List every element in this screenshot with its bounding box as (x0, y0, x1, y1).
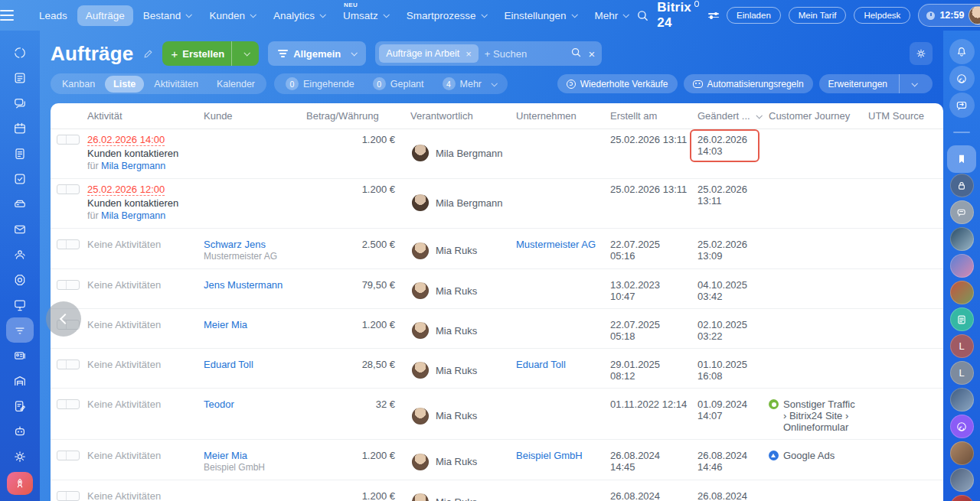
filter-chip[interactable]: Aufträge in Arbeit × (379, 44, 479, 63)
sidebar-contact-center-icon[interactable] (6, 343, 34, 368)
sliders-icon[interactable] (708, 13, 719, 18)
user-avatar[interactable] (969, 6, 980, 24)
nav-item-leads[interactable]: Leads (31, 5, 76, 26)
client-link[interactable]: Meier Mia (204, 450, 247, 461)
row-checkbox[interactable] (57, 451, 80, 460)
counter-eingehende[interactable]: 0Eingehende (277, 74, 363, 93)
sidebar-crm-icon[interactable] (6, 317, 34, 343)
nav-item-mehr[interactable]: Mehr (586, 5, 637, 26)
column-header[interactable]: Customer Journey (769, 110, 868, 122)
chat-avatar-letter[interactable]: L (950, 361, 974, 385)
sidebar-sign-icon[interactable] (6, 393, 34, 418)
chat-avatar[interactable] (950, 254, 974, 278)
column-header[interactable]: Aktivität (87, 110, 204, 122)
extensions-dropdown[interactable] (899, 74, 923, 93)
column-header[interactable]: Kunde (204, 110, 306, 122)
table-row[interactable]: Keine AktivitätenMeier Mia1.200 €Mia Ruk… (51, 309, 943, 349)
activity-date-link[interactable]: 26.02.2026 14:00 (87, 134, 165, 146)
row-checkbox[interactable] (57, 135, 80, 145)
column-header[interactable]: UTM Source (868, 110, 943, 122)
table-row[interactable]: 26.02.2026 14:00Kunden kontaktierenfür M… (51, 129, 943, 179)
sidebar-messenger-icon[interactable] (6, 90, 34, 115)
client-link[interactable]: Teodor (204, 399, 234, 410)
row-checkbox[interactable] (57, 399, 80, 409)
chat-avatar[interactable] (950, 227, 974, 251)
client-link[interactable]: Jens Mustermann (204, 279, 283, 291)
hamburger-menu-icon[interactable] (0, 10, 14, 21)
collapse-sidebar-button[interactable] (46, 301, 81, 337)
remove-chip-icon[interactable]: × (466, 48, 472, 60)
time-tracker[interactable]: 12:59 (918, 4, 980, 27)
table-row[interactable]: Keine AktivitätenSchwarz JensMustermeist… (51, 229, 943, 269)
table-row[interactable]: Keine AktivitätenEduard Toll28,50 €Mia R… (51, 349, 943, 389)
company-link[interactable]: Mustermeister AG (516, 239, 596, 250)
chat-avatar[interactable] (950, 281, 974, 304)
search-input[interactable]: Aufträge in Arbeit × + Suchen × (375, 41, 602, 66)
clear-search-icon[interactable]: × (589, 47, 596, 60)
search-icon[interactable] (636, 9, 649, 22)
tab-liste[interactable]: Liste (105, 76, 144, 93)
sidebar-pulse-icon[interactable] (6, 40, 34, 65)
automation-rules-button[interactable]: Automatisierungsregeln (684, 74, 813, 93)
chat-avatar[interactable] (950, 468, 974, 492)
chat-avatar[interactable] (950, 388, 974, 412)
nav-item-aufträge[interactable]: Aufträge (77, 5, 133, 26)
client-link[interactable]: Schwarz Jens (204, 239, 266, 250)
sidebar-warehouse-icon[interactable] (6, 368, 34, 393)
column-header[interactable]: Unternehmen (516, 110, 610, 122)
invite-button[interactable]: Einladen (727, 7, 781, 24)
table-row[interactable]: Keine AktivitätenMeier MiaBeispiel GmbH1… (51, 440, 943, 480)
chat-avatar[interactable] (950, 495, 974, 501)
table-row[interactable]: 25.02.2026 12:00Kunden kontaktierenfür M… (51, 179, 943, 229)
copilot-icon[interactable] (949, 66, 975, 91)
chat-avatar[interactable] (950, 200, 974, 224)
tab-kanban[interactable]: Kanban (54, 76, 103, 93)
row-checkbox[interactable] (57, 239, 80, 249)
extensions-button[interactable]: Erweiterungen (819, 74, 933, 93)
table-row[interactable]: Keine Aktivitäten1.200 €Mia Ruks26.08.20… (51, 480, 943, 501)
chat-avatar-letter[interactable]: L (950, 334, 974, 358)
filter-preset-button[interactable]: Allgemein (268, 41, 366, 66)
notifications-bell-icon[interactable] (949, 39, 975, 64)
nav-item-bestand[interactable]: Bestand (135, 5, 200, 26)
nav-item-umsatz[interactable]: NEUUmsatz (335, 5, 397, 26)
column-header[interactable]: Erstellt am (610, 110, 697, 122)
column-header[interactable]: Geändert ... (697, 110, 769, 122)
row-checkbox[interactable] (57, 359, 80, 369)
search-submit-icon[interactable] (570, 47, 582, 61)
sidebar-calendar-icon[interactable] (6, 115, 34, 141)
copilot-chat-icon[interactable] (950, 415, 974, 438)
document-channel-icon[interactable] (950, 307, 974, 331)
row-checkbox[interactable] (57, 280, 80, 290)
sidebar-mail-icon[interactable] (6, 216, 34, 242)
nav-item-einstellungen[interactable]: Einstellungen (496, 5, 585, 26)
helpdesk-button[interactable]: Helpdesk (854, 7, 910, 24)
chat-avatar[interactable] (950, 441, 974, 465)
table-row[interactable]: Keine AktivitätenTeodor32 €Mia Ruks01.11… (51, 389, 943, 440)
sidebar-drive-icon[interactable] (6, 191, 34, 216)
sidebar-feed-icon[interactable] (6, 65, 34, 90)
sidebar-tasks-icon[interactable] (6, 166, 34, 191)
activity-person-link[interactable]: Mila Bergmann (101, 210, 165, 221)
column-header[interactable]: Verantwortlich (410, 110, 516, 122)
create-button[interactable]: + Erstellen (162, 41, 260, 66)
company-link[interactable]: Eduard Toll (516, 359, 566, 370)
sidebar-ai-icon[interactable] (6, 418, 34, 444)
client-link[interactable]: Meier Mia (204, 319, 247, 330)
nav-item-analytics[interactable]: Analytics (265, 5, 333, 26)
grid-settings-gear-icon[interactable] (910, 42, 933, 65)
sidebar-sites-icon[interactable] (6, 267, 34, 292)
create-dropdown[interactable] (231, 41, 256, 66)
nav-item-smartprozesse[interactable]: Smartprozesse (398, 5, 495, 26)
counter-mehr[interactable]: 4Mehr (434, 74, 505, 93)
sidebar-boards-icon[interactable] (6, 292, 34, 317)
nav-item-kunden[interactable]: Kunden (201, 5, 263, 26)
sidebar-settings-icon[interactable] (6, 444, 34, 469)
table-row[interactable]: Keine AktivitätenJens Mustermann79,50 €M… (51, 269, 943, 309)
activity-date-link[interactable]: 25.02.2026 12:00 (87, 184, 165, 196)
column-header[interactable]: Betrag/Währung (306, 110, 410, 122)
client-link[interactable]: Eduard Toll (204, 359, 253, 370)
tab-kalender[interactable]: Kalender (208, 76, 263, 93)
saved-messages-bookmark-icon[interactable] (947, 145, 976, 173)
sidebar-team-icon[interactable] (6, 242, 34, 267)
